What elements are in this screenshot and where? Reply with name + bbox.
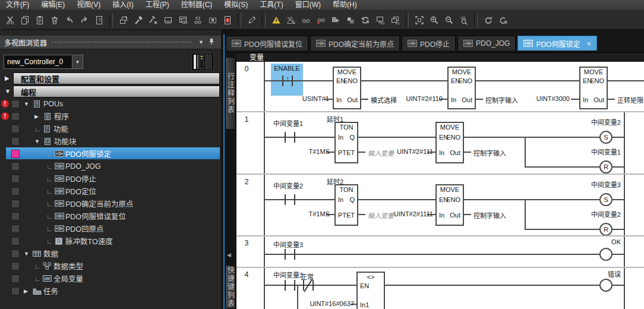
output-panel-icon[interactable] [220,13,235,27]
tree-item-marker-selected[interactable] [11,150,20,158]
contact-operand[interactable]: 中间变量1 [273,118,303,128]
menu-project[interactable]: 工程(P) [140,0,175,10]
ton-timer-block[interactable]: TON In Q PT ET [334,122,358,163]
tree-item-marker[interactable] [11,137,20,146]
contact-operand[interactable]: ENABLE [271,65,303,72]
go-offline-icon[interactable] [283,13,298,27]
menu-window[interactable]: 窗口(W) [289,0,327,10]
zoom-100-icon[interactable]: 100 [456,13,471,27]
set-coil[interactable]: S [599,131,613,144]
timer-et-operand[interactable]: 输入变量 [368,148,394,157]
menu-tools[interactable]: 工具(T) [254,0,289,10]
stop-monitor-icon[interactable] [313,13,328,27]
contact-operand[interactable]: 中间变量2 [273,181,303,190]
contact-symbol[interactable] [294,280,295,291]
synchronize-icon[interactable] [358,13,372,27]
check-all-programs-icon[interactable] [175,13,190,27]
tree-item-programs[interactable]: ! ▶ 程序 [0,110,221,122]
coil-operand[interactable]: 中间变量3 [591,179,621,189]
section-programming[interactable]: ▼ 编程 [0,86,221,98]
compile-icon[interactable] [116,13,131,27]
controller-dropdown[interactable]: new_Controller_0 ▼ [4,55,83,69]
contact-symbol[interactable] [294,249,295,260]
controller-status-2-icon[interactable]: 811 [387,13,402,27]
move-block-1[interactable]: MOVE EN ENO In Out [333,67,361,109]
undo-icon[interactable] [62,13,77,27]
collapsed-arrow-icon[interactable]: ▶ [5,75,10,81]
move-block[interactable]: MOVE EN ENO In Out [435,184,464,226]
expanded-arrow-icon[interactable]: ▼ [34,138,43,144]
tree-item-data-types[interactable]: ∟ 数据类型 [0,260,221,272]
panel-menu-icon[interactable]: ▼ [196,39,206,45]
tree-item-marker[interactable] [11,112,20,121]
expanded-arrow-icon[interactable]: ▼ [24,251,33,257]
expanded-arrow-icon[interactable]: ▼ [5,88,11,94]
go-online-icon[interactable] [269,13,283,27]
restart-controller-icon[interactable] [481,13,495,27]
expanded-arrow-icon[interactable]: ▼ [24,101,33,107]
redo-icon[interactable] [77,13,91,27]
rebuild-icon[interactable] [146,13,160,27]
tab-pdo-servo-lock-active[interactable]: PDO伺服锁定 × [517,36,597,51]
tab-pdo-set-origin[interactable]: PDO确定当前为原点 [310,36,400,51]
tree-item-fb-pdo-stop[interactable]: ∟ PDO停止 [0,172,221,185]
tree-item-marker[interactable] [11,162,20,171]
panel-splitter[interactable] [223,34,225,309]
variables-bar[interactable]: 变量 [236,52,644,62]
tab-row-comment-list[interactable]: 行注释列表 [225,57,236,130]
paste-icon[interactable] [32,13,47,27]
contact-symbol[interactable] [285,280,286,291]
block-input-operand[interactable]: UINT#3000 [536,95,570,102]
tab-pdo-stop[interactable]: PDO停止 [402,36,456,51]
cut-icon[interactable] [2,13,17,27]
collapsed-arrow-icon[interactable]: ▶ [24,288,33,294]
ton-timer-block[interactable]: TON In Q PT ET [334,184,358,226]
coil-operand[interactable]: 中间变量1 [591,147,621,156]
program-mode-icon[interactable] [343,13,358,27]
output-coil[interactable] [599,279,613,292]
zoom-in-icon[interactable] [427,13,441,27]
online-edit-icon[interactable] [244,13,259,27]
contact-symbol[interactable] [285,132,286,143]
coil-operand[interactable]: 错误 [608,269,621,279]
block-input-operand[interactable]: UINT#2#1111 [394,210,433,217]
collapse-left-icon[interactable]: ◀ [227,252,231,258]
timer-pt-operand[interactable]: T#1MS [309,148,330,155]
coil-operand[interactable]: OK [611,238,621,245]
reset-coil[interactable]: R [599,160,613,174]
close-icon[interactable]: × [586,39,591,48]
contact-operand[interactable]: 中间变量3 [273,239,303,249]
nc-contact-symbol[interactable] [303,280,304,291]
block-input-operand[interactable]: UINT#2#111 [397,148,433,155]
coil-operand[interactable]: 中间变量2 [591,117,621,127]
tree-item-fb-pdo-jog[interactable]: ∟ PDO_JOG [0,160,221,172]
tree-item-data[interactable]: ▼ 数据 [0,247,221,260]
block-output-operand[interactable]: 控制字输入 [485,95,518,105]
tree-item-fb-pdo-error-reset[interactable]: ∟ PDO伺服错误复位 [0,210,221,222]
variable-manager-icon[interactable]: 63 [190,13,205,27]
menu-simulation[interactable]: 模拟(S) [218,0,254,10]
not-equal-block[interactable]: <> EN In1 [356,272,385,309]
tree-item-global-vars[interactable]: ∟ var 全局变量 [0,272,221,285]
pin-icon[interactable] [206,38,217,46]
block-input-operand[interactable]: UINT#16#0637 [310,300,354,307]
block-input-operand[interactable]: UINT#2#110 [406,95,443,102]
contact-symbol[interactable] [285,194,286,205]
contact-operand[interactable]: 中间变量3 [273,270,303,279]
block-output-operand[interactable]: 模式选择 [371,95,397,105]
build-icon[interactable] [131,13,146,27]
nc-contact-symbol[interactable] [312,280,314,291]
run-mode-icon[interactable] [328,13,343,27]
tree-item-marker[interactable] [11,250,20,258]
menu-edit[interactable]: 编辑(E) [35,0,71,10]
tree-item-marker[interactable] [11,212,20,220]
tree-item-tasks[interactable]: ▶ 任务 [0,285,221,297]
tree-item-fb-pdo-set-origin[interactable]: ∟ PDO确定当前为原点 [0,197,221,210]
tab-pdo-jog[interactable]: PDO_JOG [457,36,516,51]
copy-icon[interactable] [17,13,32,27]
menu-file[interactable]: 文件(F) [0,0,35,10]
set-coil[interactable]: S [599,193,613,206]
tree-item-marker[interactable] [11,262,20,270]
tree-item-marker[interactable] [11,200,20,208]
tree-item-pous[interactable]: ! ▼ POUs [0,97,221,110]
